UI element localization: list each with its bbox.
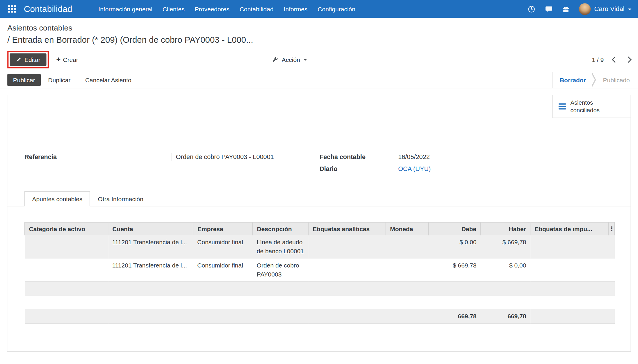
cell-haber: $ 0,00 bbox=[481, 258, 530, 281]
duplicate-button[interactable]: Duplicar bbox=[43, 74, 76, 86]
user-menu[interactable]: Caro Vidal bbox=[579, 3, 631, 15]
breadcrumb: Asientos contables / Entrada en Borrador… bbox=[0, 18, 638, 45]
header-categoria-de-activo[interactable]: Categoría de activo bbox=[25, 222, 108, 235]
header-descripcion[interactable]: Descripción bbox=[253, 222, 309, 235]
table-header-row: Categoría de activo Cuenta Empresa Descr… bbox=[25, 222, 615, 235]
control-bar: Editar + Crear Acción 1 / 9 bbox=[0, 50, 638, 69]
table-spacer-row bbox=[25, 295, 615, 309]
menu-contabilidad[interactable]: Contabilidad bbox=[240, 6, 274, 13]
apps-menu-icon[interactable] bbox=[8, 5, 16, 13]
table-row-empty bbox=[25, 281, 615, 295]
status-publicado[interactable]: Publicado bbox=[597, 76, 638, 83]
topbar-systray: Caro Vidal bbox=[527, 3, 632, 15]
header-etiquetas-analiticas[interactable]: Etiquetas analíticas bbox=[309, 222, 386, 235]
cell-moneda bbox=[386, 258, 429, 281]
main-menu: Información general Clientes Proveedores… bbox=[98, 6, 355, 13]
header-moneda[interactable]: Moneda bbox=[386, 222, 429, 235]
breadcrumb-divider: / bbox=[7, 35, 10, 44]
header-etiquetas-de-impuestos[interactable]: Etiquetas de impu... bbox=[530, 222, 609, 235]
action-dropdown-label: Acción bbox=[282, 56, 300, 63]
field-diario-label: Diario bbox=[320, 165, 398, 173]
cancel-entry-button-label: Cancelar Asiento bbox=[85, 76, 131, 83]
cell-descripcion: Orden de cobro PAY0003 bbox=[253, 258, 309, 281]
cell-moneda bbox=[386, 235, 429, 258]
publish-button-label: Publicar bbox=[13, 76, 35, 83]
cell-cuenta: 111201 Transferencia de l... bbox=[108, 258, 193, 281]
cell-debe: $ 0,00 bbox=[429, 235, 481, 258]
cell-etiquetas-impuestos bbox=[530, 235, 609, 258]
menu-clientes[interactable]: Clientes bbox=[163, 6, 185, 13]
pager: 1 / 9 bbox=[592, 56, 630, 63]
cell-categoria bbox=[25, 258, 108, 281]
statusbar: Borrador Publicado bbox=[552, 72, 638, 88]
reconciled-entries-label: Asientos conciliados bbox=[570, 99, 619, 114]
field-referencia-value: Orden de cobro PAY0003 - L00001 bbox=[171, 153, 274, 161]
form-sheet: Asientos conciliados Referencia Orden de… bbox=[7, 95, 631, 351]
pager-next-button[interactable] bbox=[625, 56, 632, 63]
cell-etiquetas-analiticas bbox=[309, 235, 386, 258]
menu-informacion-general[interactable]: Información general bbox=[98, 6, 152, 13]
field-referencia-label: Referencia bbox=[24, 153, 171, 161]
menu-informes[interactable]: Informes bbox=[284, 6, 308, 13]
hamburger-icon bbox=[559, 102, 566, 111]
tab-otra-informacion[interactable]: Otra Información bbox=[90, 191, 151, 206]
cell-debe: $ 669,78 bbox=[429, 258, 481, 281]
menu-proveedores[interactable]: Proveedores bbox=[195, 6, 229, 13]
publish-button[interactable]: Publicar bbox=[7, 74, 41, 86]
edit-button-label: Editar bbox=[24, 56, 40, 63]
field-diario-value[interactable]: OCA (UYU) bbox=[398, 165, 431, 173]
edit-button[interactable]: Editar bbox=[10, 53, 47, 66]
user-avatar bbox=[579, 3, 591, 15]
header-haber[interactable]: Haber bbox=[481, 222, 530, 235]
header-empresa[interactable]: Empresa bbox=[193, 222, 252, 235]
duplicate-button-label: Duplicar bbox=[48, 76, 70, 83]
total-debe: 669,78 bbox=[429, 309, 481, 323]
cell-cuenta: 111201 Transferencia de l... bbox=[108, 235, 193, 258]
header-debe[interactable]: Debe bbox=[429, 222, 481, 235]
activity-clock-icon[interactable] bbox=[527, 5, 535, 13]
breadcrumb-current-title: Entrada en Borrador (* 209) (Orden de co… bbox=[12, 35, 253, 44]
user-name: Caro Vidal bbox=[594, 5, 624, 13]
table-settings-button[interactable]: ⋮ bbox=[608, 222, 614, 235]
header-cuenta[interactable]: Cuenta bbox=[108, 222, 193, 235]
field-fecha-contable-value: 16/05/2022 bbox=[398, 153, 430, 161]
breadcrumb-current: / Entrada en Borrador (* 209) (Orden de … bbox=[7, 35, 630, 45]
menu-configuracion[interactable]: Configuración bbox=[318, 6, 355, 13]
journal-items-table: Categoría de activo Cuenta Empresa Descr… bbox=[24, 222, 615, 324]
plus-icon: + bbox=[56, 57, 60, 63]
totals-row: 669,78 669,78 bbox=[25, 309, 615, 323]
gift-icon[interactable] bbox=[562, 5, 569, 13]
cell-empresa: Consumidor final bbox=[193, 235, 252, 258]
breadcrumb-parent[interactable]: Asientos contables bbox=[7, 24, 72, 33]
edit-button-highlight: Editar bbox=[7, 51, 49, 68]
field-fecha-contable-label: Fecha contable bbox=[320, 153, 398, 161]
status-arrow-icon bbox=[591, 72, 597, 88]
form-fields: Referencia Orden de cobro PAY0003 - L000… bbox=[7, 95, 630, 177]
table-row[interactable]: 111201 Transferencia de l... Consumidor … bbox=[25, 235, 615, 258]
cell-haber: $ 669,78 bbox=[481, 235, 530, 258]
pager-previous-button[interactable] bbox=[612, 56, 618, 63]
notebook-tabs: Apuntes contables Otra Información bbox=[7, 191, 630, 206]
table-row[interactable]: 111201 Transferencia de l... Consumidor … bbox=[25, 258, 615, 281]
app-title[interactable]: Contabilidad bbox=[24, 4, 72, 14]
cell-etiquetas-impuestos bbox=[530, 258, 609, 281]
cell-categoria bbox=[25, 235, 108, 258]
action-bar: Publicar Duplicar Cancelar Asiento Borra… bbox=[0, 72, 638, 88]
status-borrador[interactable]: Borrador bbox=[553, 76, 591, 83]
tab-apuntes-contables[interactable]: Apuntes contables bbox=[24, 191, 90, 206]
create-button-label: Crear bbox=[63, 56, 79, 63]
total-haber: 669,78 bbox=[481, 309, 530, 323]
reconciled-entries-button[interactable]: Asientos conciliados bbox=[553, 95, 631, 118]
cancel-entry-button[interactable]: Cancelar Asiento bbox=[80, 74, 136, 86]
pager-counter: 1 / 9 bbox=[592, 56, 604, 63]
chevron-down-icon bbox=[628, 8, 631, 10]
cell-descripcion: Línea de adeudo de banco L00001 bbox=[253, 235, 309, 258]
messages-icon[interactable] bbox=[545, 5, 553, 13]
action-dropdown[interactable]: Acción bbox=[272, 56, 307, 63]
top-navbar: Contabilidad Información general Cliente… bbox=[0, 0, 638, 18]
wrench-icon bbox=[272, 56, 278, 63]
cell-etiquetas-analiticas bbox=[309, 258, 386, 281]
cell-empresa: Consumidor final bbox=[193, 258, 252, 281]
chevron-down-icon bbox=[304, 59, 307, 61]
create-button[interactable]: + Crear bbox=[51, 53, 83, 65]
